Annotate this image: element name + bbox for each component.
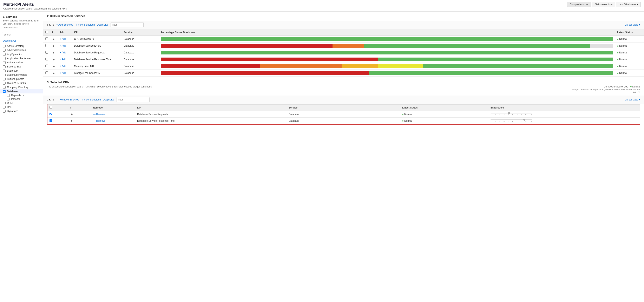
service-item-dns[interactable]: DNS (0, 105, 43, 109)
expand-icon[interactable]: ▶ (52, 37, 56, 41)
status-bar (161, 44, 613, 48)
add-kpi-btn-1[interactable]: + Add (60, 44, 66, 47)
service-checkbox-app-perf[interactable] (3, 57, 6, 60)
main-layout: 1. Services Select services that contain… (0, 12, 644, 300)
service-checkbox-dynatrace[interactable] (3, 110, 6, 113)
service-checkbox-impacts[interactable] (7, 98, 10, 100)
row-checkbox-5[interactable] (46, 71, 48, 74)
selected-kpi-name: Database Service Response Time (135, 118, 286, 124)
service-item-dynatrace[interactable]: Dynatrace (0, 109, 43, 113)
service-checkbox-authentication[interactable] (3, 61, 6, 64)
page-title: Multi-KPI Alerts (3, 2, 641, 7)
service-checkbox-dns[interactable] (3, 106, 6, 108)
service-item-active-directory[interactable]: Active Directory (0, 44, 43, 48)
normal-badge: Normal (617, 38, 642, 40)
deselect-all-link[interactable]: Deselect All (0, 39, 43, 44)
service-checkbox-dhcp[interactable] (3, 102, 6, 104)
service-checkbox-company-dir[interactable] (3, 86, 6, 89)
add-kpi-btn-0[interactable]: + Add (60, 38, 66, 40)
service-label-buttercup: Buttercup (7, 69, 18, 72)
section2-filter-input[interactable] (110, 22, 144, 27)
importance-thumb[interactable] (508, 112, 510, 114)
service-checkbox-benefits[interactable] (3, 66, 6, 68)
view-deep-dive-btn-2[interactable]: ⇧ View Selected in Deep Dive (75, 23, 108, 26)
remove-kpi-btn-1[interactable]: Remove (93, 120, 106, 122)
service-checkbox-appdynamics[interactable] (3, 53, 6, 56)
section2-kpi-count: 6 KPIs (47, 23, 54, 26)
expand-icon[interactable]: ▶ (52, 64, 56, 68)
table-row: ▶RemoveDatabase Service Response TimeDat… (48, 118, 640, 124)
service-item-buttercup[interactable]: Buttercup (0, 69, 43, 73)
service-cell: Database (122, 56, 159, 63)
view-deep-dive-btn-3[interactable]: ⇧ View Selected in Deep Dive (81, 98, 114, 101)
service-sub-depends-on[interactable]: Depends on (0, 94, 43, 97)
selected-kpi-name: Database Service Requests (135, 111, 286, 118)
status-segment (332, 44, 364, 48)
service-item-dhcp[interactable]: DHCP (0, 101, 43, 105)
expand-icon[interactable]: ▶ (52, 71, 56, 75)
service-checkbox-active-directory[interactable] (3, 45, 6, 48)
row-checkbox-0[interactable] (46, 37, 48, 40)
kpi-name-cell: Storage Free Space: % (72, 70, 122, 76)
status-over-time-btn[interactable]: Status over time (592, 2, 615, 7)
th-kpi-3: KPI (135, 104, 286, 111)
service-label-active-directory: Active Directory (7, 44, 24, 48)
service-checkbox-buttercup-intranet[interactable] (3, 74, 6, 76)
service-item-buttercup-store[interactable]: Buttercup Store (0, 77, 43, 81)
service-cell: Database (122, 42, 159, 49)
remove-selected-btn[interactable]: — Remove Selected (56, 98, 79, 101)
expand-icon[interactable]: ▶ (70, 119, 74, 122)
add-kpi-btn-5[interactable]: + Add (60, 72, 66, 74)
search-input[interactable] (2, 32, 41, 37)
importance-thumb[interactable] (523, 118, 526, 121)
selected-row-checkbox-0[interactable] (50, 113, 52, 115)
section3-header: 3. Selected KPIs Composite Score: 100 ■ … (43, 76, 644, 96)
service-checkbox-depends-on[interactable] (7, 94, 10, 97)
row-checkbox-4[interactable] (46, 64, 48, 67)
service-item-app-perf[interactable]: Application Performan... (0, 56, 43, 60)
section3-filter-input[interactable] (116, 97, 150, 102)
expand-icon[interactable]: ▶ (52, 51, 56, 54)
row-checkbox-3[interactable] (46, 58, 48, 60)
status-segment (260, 64, 342, 68)
service-item-authentication[interactable]: Authentication (0, 60, 43, 64)
service-item-database[interactable]: Database (0, 89, 43, 94)
service-checkbox-buttercup-store[interactable] (3, 78, 6, 80)
service-checkbox-cloud-vpn[interactable] (3, 82, 6, 84)
last-60-btn[interactable]: Last 60 minutes (616, 2, 641, 7)
remove-kpi-btn-0[interactable]: Remove (93, 113, 106, 116)
service-checkbox-database[interactable] (3, 90, 6, 93)
kpi-name-cell: Database Service Errors (72, 42, 122, 49)
section3-table-header: i Remove KPI Service Latest Status Impor… (48, 104, 640, 111)
importance-track[interactable] (490, 119, 532, 120)
importance-cell: 12345678910 (488, 111, 640, 118)
add-selected-btn[interactable]: + Add Selected (56, 23, 73, 26)
service-item-benefits[interactable]: Benefits Site (0, 64, 43, 69)
service-item-buttercup-intranet[interactable]: Buttercup Intranet (0, 73, 43, 77)
status-segment (161, 51, 613, 54)
row-checkbox-2[interactable] (46, 51, 48, 54)
section2-per-page[interactable]: 10 per page (625, 23, 640, 26)
selected-row-checkbox-1[interactable] (50, 119, 52, 122)
th-pct: Percentage Status Breakdown (159, 29, 615, 36)
importance-track[interactable] (490, 113, 532, 114)
select-all-checkbox-2[interactable] (46, 31, 48, 34)
add-kpi-btn-4[interactable]: + Add (60, 65, 66, 68)
expand-icon[interactable]: ▶ (52, 44, 56, 48)
add-kpi-btn-2[interactable]: + Add (60, 51, 66, 54)
section3-per-page[interactable]: 10 per page (625, 98, 640, 101)
service-checkbox-buttercup[interactable] (3, 70, 6, 72)
add-kpi-btn-3[interactable]: + Add (60, 58, 66, 61)
expand-icon[interactable]: ▶ (52, 58, 56, 61)
service-item-all-apm[interactable]: All APM Services (0, 48, 43, 52)
expand-icon[interactable]: ▶ (70, 112, 74, 116)
row-checkbox-1[interactable] (46, 44, 48, 47)
service-item-company-dir[interactable]: Company Directory (0, 85, 43, 89)
composite-score-btn[interactable]: Composite score (567, 2, 591, 7)
service-sub-impacts[interactable]: Impacts (0, 97, 43, 101)
latest-status-cell: Normal (615, 42, 644, 49)
service-item-cloud-vpn[interactable]: Cloud VPN Links (0, 81, 43, 85)
service-checkbox-all-apm[interactable] (3, 49, 6, 52)
select-all-checkbox-3[interactable] (50, 106, 52, 109)
service-item-appdynamics[interactable]: AppDynamics (0, 52, 43, 56)
